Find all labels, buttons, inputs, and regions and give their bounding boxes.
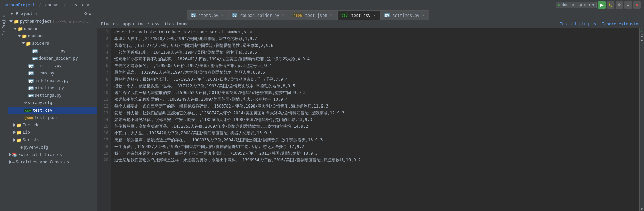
project-label: Project (16, 11, 33, 16)
code-line[interactable]: 拯救一个人，就是拯救整个世界。,837122人评价,1993/美国/剧情历史战争… (114, 83, 639, 89)
triangle-down-icon (10, 13, 13, 15)
close-icon[interactable]: × (220, 13, 225, 18)
code-line[interactable]: 如果再也不能见到你，祝你早安，午安，晚安。,1182566人评价,1998/美国… (114, 116, 639, 123)
breadcrumb-project: pythonProject (3, 3, 35, 7)
csv-icon: csv (24, 109, 32, 112)
code-line[interactable]: 爱是一种力量，让我们超越时空感知它的存在。,1268747人评价,2014/美国… (114, 110, 639, 116)
coverage-button[interactable]: ⚙ (616, 1, 623, 9)
install-plugins-button[interactable]: Install plugins (560, 22, 596, 26)
notification-message: Plugins supporting *.csv files found. (101, 22, 191, 26)
breadcrumb-douban: douban (45, 3, 60, 7)
code-line[interactable]: 怪蜀黍和小萝莉不得不说的故事。,1826462人评价,1994/法国美国/剧情动… (114, 56, 639, 62)
tab-bar: py items.py × py douban_spider.py × json… (97, 10, 644, 20)
py-icon: py (384, 13, 390, 17)
project-header[interactable]: Project ▼ ⟳ ⚙ − (8, 10, 97, 18)
code-line[interactable]: 迪士尼给我们营造的乌托邦就是这样，永远善良勇敢，永远出乎意料。,1396954人… (114, 157, 639, 163)
line-number: 14 (97, 116, 108, 123)
close-icon[interactable]: × (421, 13, 426, 18)
close-icon[interactable]: × (281, 13, 285, 18)
tree-item-init-spiders[interactable]: py __init__.py (8, 47, 97, 55)
tree-item-middlewares[interactable]: py middlewares.py (8, 77, 97, 84)
code-line[interactable]: 每个人都要走一条自己坚定了的路，就算是粉身碎骨。,1300782人评价,1998… (114, 103, 639, 110)
run-button[interactable]: ▶ (598, 1, 606, 9)
folder-icon: 📁 (13, 19, 19, 24)
code-editor[interactable]: describe,evaluate,introduce,movie_name,s… (111, 28, 639, 211)
run-config-dropdown[interactable]: ▶ douban_spider ▼ (556, 2, 597, 8)
code-line[interactable]: 一部美国近现代史。,1641169人评价,1994/美国/剧情爱情,阿甘正传,3… (114, 49, 639, 56)
tab-items-py[interactable]: py items.py × (187, 10, 228, 20)
code-line[interactable]: describe,evaluate,introduce,movie_name,s… (114, 29, 639, 35)
debug-button[interactable]: 🐛 (607, 1, 614, 9)
line-number: 17 (97, 137, 108, 143)
line-number: 10 (97, 89, 108, 96)
tree-item-douban-spider[interactable]: py douban_spider.py (8, 55, 97, 62)
tree-item-douban-1[interactable]: 📁 douban (8, 25, 97, 32)
editor-area: py items.py × py douban_spider.py × json… (97, 10, 644, 211)
tab-test-json[interactable]: json test.json × (289, 10, 337, 20)
stop-button[interactable]: ■ (633, 1, 641, 9)
code-line[interactable]: 风华绝代。,1612272人评价,1993/中国大陆中国香港/剧情爱情同性,霸王… (114, 42, 639, 49)
code-line[interactable]: 英俊版憨豆，高情商版谢耳朵。,1452853人评价,2009/印度/剧情喜剧爱情… (114, 123, 639, 130)
code-line[interactable]: 小瓦力，大人生。,1025420人评价,2008/美国/科幻动画冒险,机器人总动… (114, 130, 639, 137)
code-line[interactable]: 诺兰给了我们一场无法盗取的梦。,1596552人评价,2010/美国英国/剧情科… (114, 89, 639, 96)
line-number: 9 (97, 83, 108, 89)
tree-item-pythonproject[interactable]: 📁 pythonProject F:\PyCharm\pyth... (8, 18, 97, 25)
sync-icon[interactable]: ⟳ (84, 11, 88, 16)
code-line[interactable]: 天籁一般的童声，是最接近上帝的存在。 ,1008933人评价,2004/法国瑞士… (114, 137, 639, 143)
tree-item-external-libraries[interactable]: 📚 External Libraries (8, 151, 97, 158)
check-mark: ✓ (641, 29, 643, 33)
code-line[interactable]: 最美的谎言。,1019391人评价,1997/意大利/剧情喜剧爱情战争,美丽人生… (114, 69, 639, 76)
vertical-project-label[interactable]: 1: Project (2, 10, 6, 38)
tab-settings-py[interactable]: py settings.py × (381, 10, 429, 20)
folder-icon: 📁 (18, 26, 23, 31)
close-icon[interactable]: × (372, 13, 377, 18)
tree-item-spiders[interactable]: 📁 spiders (8, 40, 97, 47)
minus-icon[interactable]: − (93, 11, 95, 16)
settings-icon[interactable]: ⚙ (89, 11, 91, 16)
profile-button[interactable]: ⚙ (624, 1, 632, 9)
tree-item-init-douban[interactable]: py __init__.py (8, 62, 97, 69)
tree-item-scrapy-cfg[interactable]: ⚙ scrapy.cfg (8, 99, 97, 107)
tab-douban-spider-py[interactable]: py douban_spider.py × (228, 10, 289, 20)
line-numbers: 1234567891011121314151617181920 (97, 28, 111, 211)
tree-item-pyvenv[interactable]: ⚙ pyvenv.cfg (8, 144, 97, 151)
code-line[interactable]: 失去的才是永恒的。 ,1595505人评价,1997/美国/剧情爱情灾难,泰坦尼… (114, 62, 639, 69)
tab-test-csv[interactable]: csv test.csv × (337, 10, 381, 20)
lib-icon: 📚 (12, 152, 17, 157)
json-icon: json (293, 13, 302, 17)
run-config-label: douban_spider (562, 3, 591, 7)
line-number: 19 (97, 150, 108, 157)
vertical-bar: 1: Project (0, 10, 8, 211)
line-number: 15 (97, 123, 108, 130)
tree-item-settings[interactable]: py settings.py (8, 92, 97, 99)
tree-item-scripts[interactable]: 📁 Scripts (8, 136, 97, 144)
close-icon[interactable]: × (329, 13, 334, 18)
code-line[interactable]: 我们一路奋战不是为了改变世界，而是为了不让世界改变我们。,710952人评价,2… (114, 150, 639, 157)
ignore-extension-button[interactable]: Ignore extension (601, 22, 641, 26)
code-line[interactable]: 永远都不能忘记你所爱的人。,1089249人评价,2009/美国英国/剧情,忠犬… (114, 96, 639, 103)
tree-item-test-json[interactable]: json test.json (8, 114, 97, 121)
collapse-icon (13, 123, 16, 127)
folder-icon: 📁 (26, 41, 31, 46)
line-number: 11 (97, 96, 108, 103)
line-number: 8 (97, 76, 108, 83)
chevron-down-icon: ▼ (641, 207, 643, 211)
py-icon: py (28, 79, 34, 83)
line-number: 4 (97, 49, 108, 56)
folder-icon: 📁 (16, 138, 22, 143)
code-line[interactable]: 一生所爱。,1159927人评价,1995/中国香港中国大陆/喜剧爱情奇幻古装,… (114, 143, 639, 150)
tree-item-pipelines[interactable]: py pipelines.py (8, 84, 97, 92)
tree-item-items[interactable]: py items.py (8, 69, 97, 77)
tree-item-include[interactable]: 📁 Include (8, 121, 97, 129)
tree-item-scratches[interactable]: ✏ Scratches and Consoles (8, 158, 97, 166)
py-icon: py (32, 57, 38, 60)
collapse-icon (9, 160, 11, 164)
code-line[interactable]: 最好的宫崎骏，最好的久石让。 ,1709193人评价,2001/日本/剧情动画奇… (114, 76, 639, 83)
code-line[interactable]: 希望让人自由。,2174518人评价,1994/美国/犯罪剧情,肖申克的救赎,1… (114, 35, 639, 42)
tree-item-test-csv[interactable]: csv test.csv (8, 107, 97, 114)
right-gutter: ✓ 2 ▲ ▼ (639, 28, 644, 211)
sidebar: Project ▼ ⟳ ⚙ − 📁 pythonProject F:\PyCha… (8, 10, 97, 211)
tree-item-douban-2[interactable]: 📁 douban (8, 32, 97, 40)
tree-item-lib[interactable]: 📁 Lib (8, 129, 97, 136)
line-number: 13 (97, 110, 108, 116)
